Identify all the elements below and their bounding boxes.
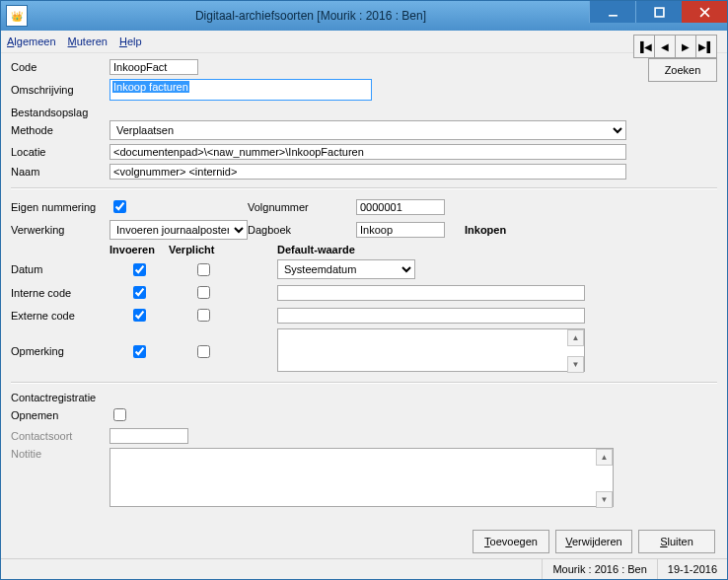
label-omschrijving: Omschrijving (11, 84, 109, 96)
section-bestandsopslag: Bestandsopslag (11, 107, 717, 118)
omschrijving-input[interactable]: Inkoop facturen (109, 79, 372, 101)
label-dagboek: Dagboek (248, 224, 356, 236)
label-opnemen: Opnemen (11, 409, 109, 421)
opmerking-verplicht-checkbox[interactable] (197, 345, 210, 358)
locatie-input[interactable] (109, 144, 626, 160)
maximize-button[interactable] (635, 1, 682, 23)
form-content: Code Omschrijving Inkoop facturen Bestan… (1, 53, 727, 509)
label-volgnummer: Volgnummer (248, 201, 356, 213)
label-methode: Methode (11, 124, 109, 136)
eigen-nummering-checkbox[interactable] (113, 200, 126, 213)
externe-code-invoeren-checkbox[interactable] (133, 309, 146, 322)
datum-invoeren-checkbox[interactable] (133, 263, 146, 276)
scroll-up-icon[interactable]: ▲ (567, 329, 584, 346)
scroll-down-icon[interactable]: ▼ (596, 491, 613, 508)
toevoegen-button[interactable]: Toevoegen (473, 530, 549, 553)
verwijderen-button[interactable]: Verwijderen (555, 530, 632, 553)
interne-code-invoeren-checkbox[interactable] (133, 286, 146, 299)
minimize-button[interactable] (589, 1, 635, 23)
omschrijving-value: Inkoop facturen (112, 81, 189, 93)
footer-buttons: Toevoegen Verwijderen Sluiten (467, 530, 715, 553)
menubar: Algemeen Muteren Help (1, 31, 727, 53)
datum-default-select[interactable]: Systeemdatum (277, 259, 415, 279)
label-datum: Datum (11, 263, 109, 275)
statusbar: Mourik : 2016 : Ben 19-1-2016 (1, 558, 727, 579)
label-eigen-nummering: Eigen nummering (11, 201, 109, 213)
volgnummer-input[interactable] (356, 199, 445, 215)
menu-algemeen[interactable]: Algemeen (7, 36, 56, 47)
opnemen-checkbox[interactable] (113, 408, 126, 421)
label-locatie: Locatie (11, 146, 109, 158)
hdr-verplicht: Verplicht (169, 244, 238, 255)
notitie-textarea[interactable] (109, 448, 614, 507)
menu-help[interactable]: Help (119, 36, 142, 47)
app-window: 👑 Digitaal-archiefsoorten [Mourik : 2016… (0, 0, 728, 580)
label-code: Code (11, 61, 109, 73)
menu-muteren[interactable]: Muteren (68, 36, 108, 47)
dagboek-name: Inkopen (465, 224, 506, 236)
window-controls (589, 1, 727, 31)
hdr-default-waarde: Default-waarde (277, 244, 717, 255)
code-input[interactable] (109, 59, 198, 75)
verwerking-select[interactable]: Invoeren journaalposten (109, 220, 248, 240)
interne-code-verplicht-checkbox[interactable] (197, 286, 210, 299)
label-opmerking: Opmerking (11, 345, 109, 357)
datum-verplicht-checkbox[interactable] (197, 263, 210, 276)
status-date: 19-1-2016 (657, 559, 727, 579)
label-interne-code: Interne code (11, 287, 109, 299)
hdr-invoeren: Invoeren (109, 244, 169, 255)
scroll-up-icon[interactable]: ▲ (596, 449, 613, 466)
titlebar: 👑 Digitaal-archiefsoorten [Mourik : 2016… (1, 1, 727, 31)
opmerking-default-textarea[interactable] (277, 328, 585, 372)
label-contactsoort: Contactsoort (11, 430, 109, 442)
label-externe-code: Externe code (11, 310, 109, 322)
app-icon: 👑 (6, 5, 28, 27)
methode-select[interactable]: Verplaatsen (109, 120, 626, 140)
interne-code-default-input[interactable] (277, 285, 585, 301)
dagboek-code-input[interactable] (356, 222, 445, 238)
naam-input[interactable] (109, 164, 626, 180)
opmerking-invoeren-checkbox[interactable] (133, 345, 146, 358)
status-context: Mourik : 2016 : Ben (542, 559, 656, 579)
scroll-down-icon[interactable]: ▼ (567, 356, 584, 373)
section-contactregistratie: Contactregistratie (11, 392, 717, 403)
contactsoort-input[interactable] (109, 428, 188, 444)
svg-rect-1 (655, 8, 664, 17)
label-verwerking: Verwerking (11, 224, 109, 236)
label-notitie: Notitie (11, 448, 109, 460)
sluiten-button[interactable]: Sluiten (638, 530, 715, 553)
window-title: Digitaal-archiefsoorten [Mourik : 2016 :… (33, 9, 589, 23)
label-naam: Naam (11, 166, 109, 178)
externe-code-default-input[interactable] (277, 308, 585, 324)
close-button[interactable] (682, 1, 727, 23)
externe-code-verplicht-checkbox[interactable] (197, 309, 210, 322)
